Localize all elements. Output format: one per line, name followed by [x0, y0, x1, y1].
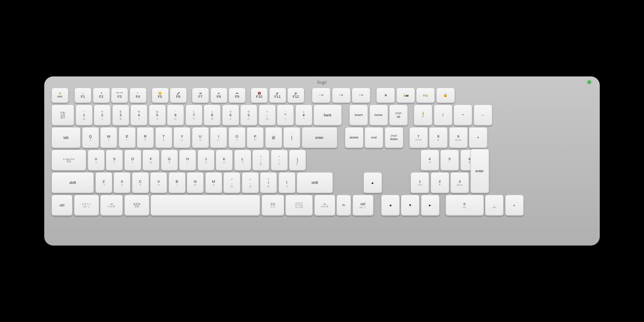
key-fn[interactable]: fn [336, 195, 351, 216]
key-l[interactable]: L り [234, 150, 251, 171]
key-henkan[interactable]: 変換 かな [262, 195, 284, 216]
key-n[interactable]: N み [187, 172, 204, 193]
key-y[interactable]: Y ん [173, 127, 190, 148]
key-arrow-down[interactable]: ▼ [401, 195, 419, 216]
key-slash[interactable]: ? / め [260, 172, 277, 193]
key-k[interactable]: K の [216, 150, 233, 171]
key-num-enter[interactable]: enter [471, 149, 489, 193]
key-8[interactable]: ) 8 ゆ [204, 105, 221, 126]
key-h[interactable]: H く [179, 150, 196, 171]
key-shift-right[interactable]: shift [297, 172, 333, 193]
key-f13[interactable]: 1 🖥 [312, 88, 330, 103]
key-num-minus[interactable]: − [474, 105, 492, 126]
key-num-plus[interactable]: + [469, 127, 487, 148]
key-yen[interactable]: | ¥ ー [295, 105, 312, 126]
key-4[interactable]: % 4 う [130, 105, 147, 126]
key-f12[interactable]: 🔊 F12 [287, 88, 304, 103]
key-caret[interactable]: ~ ^ へ [277, 105, 294, 126]
key-settings[interactable]: ⊞🔒 [416, 88, 435, 103]
key-f5[interactable]: 😊 F5 [152, 88, 169, 103]
key-num-asterisk[interactable]: * [454, 105, 472, 126]
key-f[interactable]: F は [142, 150, 159, 171]
key-alt-left[interactable]: alt cmd ⌘ [100, 195, 123, 216]
key-arrow-left[interactable]: ◄ [381, 195, 400, 216]
key-delete[interactable]: delete [345, 127, 363, 148]
key-minus[interactable]: = - ほ [259, 105, 276, 126]
key-b[interactable]: B こ [169, 172, 186, 193]
key-f15[interactable]: 3 🖥 [352, 88, 370, 103]
key-bracket-l[interactable]: 「 [ ° [283, 127, 300, 148]
key-hankaku[interactable]: 半角/ 全角 漢字 [52, 105, 74, 126]
key-num5[interactable]: 5 — [440, 150, 459, 171]
key-arrow-right[interactable]: ► [421, 195, 440, 216]
key-tab[interactable]: tab [52, 127, 80, 148]
key-a[interactable]: A ち [88, 150, 105, 171]
key-num-slash[interactable]: / [434, 105, 452, 126]
key-9[interactable]: を 9 よ [222, 105, 239, 126]
key-num0[interactable]: 0 ins [446, 195, 484, 216]
key-num4[interactable]: 4 ◄ [421, 150, 439, 171]
key-start[interactable]: スタート opt ⌥ [74, 195, 99, 216]
key-lock[interactable]: 🔒 [436, 88, 455, 103]
key-ctrl-left[interactable]: ctrl [52, 195, 72, 216]
key-period[interactable]: > . る [242, 172, 259, 193]
key-m[interactable]: M も [205, 172, 222, 193]
key-7[interactable]: ( 7 や [186, 105, 202, 126]
key-x[interactable]: X さ [114, 172, 130, 193]
key-w[interactable]: W て [100, 127, 117, 148]
key-f2[interactable]: ☀ F2 [93, 88, 110, 103]
key-s[interactable]: S と [106, 150, 123, 171]
key-space[interactable] [151, 195, 260, 216]
key-semicolon[interactable]: + ; れ [252, 150, 269, 171]
key-screenshot[interactable]: 🔒📷 [396, 88, 415, 103]
key-q[interactable]: Q た [82, 127, 99, 148]
key-enter[interactable]: enter [302, 127, 337, 148]
key-c[interactable]: C そ [132, 172, 149, 193]
key-bracket-r[interactable]: 」 ] む [289, 150, 306, 171]
key-2[interactable]: # 2 ふ [94, 105, 111, 126]
key-backslash[interactable]: _ \ ろ [279, 172, 295, 193]
key-num8[interactable]: 8 ▲ [429, 127, 448, 148]
key-esc[interactable]: 🔒 esc [52, 88, 68, 103]
key-f10[interactable]: 🔇 F10 [251, 88, 268, 103]
key-f11[interactable]: 🔉 F11 [269, 88, 286, 103]
key-arrow-up[interactable]: ▲ [363, 172, 382, 193]
key-g[interactable]: G き [161, 150, 178, 171]
key-r[interactable]: R す [137, 127, 154, 148]
key-0[interactable]: を 0 わ [240, 105, 257, 126]
key-num2[interactable]: 2 ▼ [431, 172, 449, 193]
key-3[interactable]: $ 3 あ [112, 105, 129, 126]
key-insert[interactable]: insert [349, 105, 368, 126]
key-colon[interactable]: * : け [271, 150, 288, 171]
key-6[interactable]: ' 6 お [167, 105, 184, 126]
key-z[interactable]: Z つ [95, 172, 112, 193]
key-calc[interactable]: 🖩 [376, 88, 395, 103]
key-katakana[interactable]: カタカナ ひらがな ローマ字 [285, 195, 313, 216]
key-f6[interactable]: 🎤 F6 [170, 88, 187, 103]
key-f8[interactable]: ⏯ F8 [211, 88, 227, 103]
key-home[interactable]: home [369, 105, 388, 126]
key-pagedown[interactable]: page down [385, 127, 403, 148]
key-num3[interactable]: 3 pg dn [450, 172, 469, 193]
key-pageup[interactable]: page up [389, 105, 408, 126]
key-num9[interactable]: 9 pg up [449, 127, 468, 148]
key-u[interactable]: U な [192, 127, 209, 148]
key-t[interactable]: T か [155, 127, 172, 148]
key-num-dot[interactable]: . del [485, 195, 504, 216]
key-f3[interactable]: ⟵⟶ F3 [111, 88, 128, 103]
key-at[interactable]: ` @ ゛ [265, 127, 282, 148]
key-backspace[interactable]: back [314, 105, 342, 126]
key-num-equal[interactable]: = [505, 195, 524, 216]
key-f14[interactable]: 2 🖥 [332, 88, 351, 103]
key-capslock[interactable]: ● caps lock 英数 [52, 150, 86, 171]
key-v[interactable]: V ひ [150, 172, 167, 193]
key-ctrl-right[interactable]: ctrl opt ⌥ [353, 195, 374, 216]
key-f9[interactable]: ⏭ F9 [229, 88, 246, 103]
key-comma[interactable]: < , ね [223, 172, 240, 193]
key-shift-left[interactable]: shift [52, 172, 94, 193]
key-f4[interactable]: ✂ F4 [130, 88, 147, 103]
key-i[interactable]: I に [210, 127, 227, 148]
key-5[interactable]: & 5 え [149, 105, 166, 126]
key-alt-right[interactable]: alt cmd ⌘ [314, 195, 335, 216]
key-j[interactable]: J ま [198, 150, 215, 171]
